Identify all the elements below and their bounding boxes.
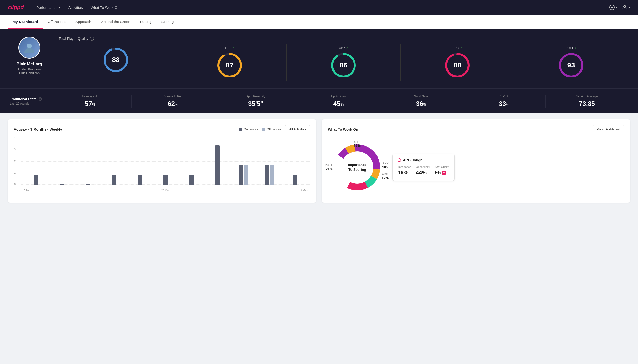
arg-stat-shot-quality: Shot Quality 95 ▼ bbox=[435, 166, 450, 176]
stat-1-putt: 1 Putt 33% bbox=[463, 94, 546, 108]
donut-label-putt: PUTT 21% bbox=[325, 164, 332, 171]
stat-app-proximity: App. Proximity 35'5" bbox=[215, 94, 297, 108]
svg-point-3 bbox=[623, 6, 625, 7]
bar-group-9 bbox=[257, 165, 282, 184]
bar-offcourse-8 bbox=[244, 165, 248, 184]
tab-approach[interactable]: Approach bbox=[71, 15, 96, 28]
trad-stats-title: Traditional Stats ? bbox=[10, 97, 49, 101]
hero-section: Blair McHarg United Kingdom Plus Handica… bbox=[0, 29, 638, 88]
bar-group-0 bbox=[24, 175, 49, 184]
arg-importance-value: 16% bbox=[397, 170, 411, 176]
tab-putting[interactable]: Putting bbox=[135, 15, 156, 28]
ott-label: OTT ↗ bbox=[225, 46, 234, 50]
main-score-circle: 88 bbox=[102, 46, 129, 73]
bar-group-7 bbox=[205, 146, 230, 184]
nav-activities[interactable]: Activities bbox=[68, 4, 83, 12]
ott-score-value: 87 bbox=[226, 61, 233, 69]
avatar bbox=[18, 37, 40, 59]
down-badge-icon: ▼ bbox=[442, 171, 446, 174]
bottom-section: Activity - 3 Months - Weekly On course O… bbox=[0, 114, 638, 208]
donut-chart-container: ImportanceTo Scoring OTT 57% APP 10% ARG… bbox=[328, 138, 386, 197]
sub-nav: My Dashboard Off the Tee Approach Around… bbox=[0, 15, 638, 29]
stat-sand-save: Sand Save 36% bbox=[380, 94, 463, 108]
add-button[interactable]: ▾ bbox=[609, 4, 618, 10]
bar-group-6 bbox=[179, 175, 204, 184]
arg-score-circle: 88 bbox=[444, 52, 471, 79]
x-label-may: 9 May bbox=[300, 189, 308, 192]
trad-stats-label: Traditional Stats ? Last 20 rounds bbox=[10, 97, 49, 105]
bar-oncourse-4 bbox=[138, 175, 142, 184]
app-score-circle: 86 bbox=[330, 52, 357, 79]
nav-what-to-work-on[interactable]: What To Work On bbox=[91, 4, 119, 12]
bar-oncourse-10 bbox=[293, 175, 297, 184]
bar-group-10 bbox=[283, 175, 308, 184]
bars-container bbox=[21, 138, 310, 184]
donut-center-label: ImportanceTo Scoring bbox=[348, 162, 366, 172]
arg-score-value: 88 bbox=[453, 61, 461, 69]
bar-group-4 bbox=[127, 175, 152, 184]
putt-score-col: PUTT ↗ 93 bbox=[514, 44, 628, 81]
arg-trend-icon: ↗ bbox=[460, 47, 462, 50]
arg-card-title: ARG Rough bbox=[397, 158, 450, 162]
stat-greens-in-reg: Greens In Reg 62% bbox=[132, 94, 215, 108]
arg-shot-quality-value: 95 ▼ bbox=[435, 170, 450, 176]
scores-info-icon[interactable]: ? bbox=[90, 37, 94, 40]
what-to-work-on-panel: What To Work On View Dashboard Importanc… bbox=[322, 119, 630, 203]
scores-title: Total Player Quality ? bbox=[59, 37, 628, 40]
app-score-value: 86 bbox=[340, 61, 347, 69]
putt-score-circle: 93 bbox=[558, 52, 585, 79]
activity-chart-legend: On course Off course bbox=[239, 127, 281, 131]
view-dashboard-button[interactable]: View Dashboard bbox=[593, 125, 624, 133]
x-axis-labels: 7 Feb 28 Mar 9 May bbox=[21, 189, 310, 192]
arg-stat-importance: Importance 16% bbox=[397, 166, 411, 176]
bar-oncourse-5 bbox=[163, 175, 168, 184]
main-score-value: 88 bbox=[112, 56, 119, 64]
arg-dot-icon bbox=[397, 158, 401, 162]
traditional-stats-section: Traditional Stats ? Last 20 rounds Fairw… bbox=[0, 88, 638, 114]
arg-opportunity-value: 44% bbox=[416, 170, 430, 176]
donut-label-ott: OTT 57% bbox=[354, 140, 361, 148]
donut-label-arg: ARG 12% bbox=[382, 172, 388, 180]
app-label: APP ↗ bbox=[339, 46, 348, 50]
app-logo[interactable]: clippd bbox=[8, 4, 24, 10]
bar-oncourse-6 bbox=[189, 175, 194, 184]
legend-oncourse-dot bbox=[239, 128, 242, 131]
tab-around-the-green[interactable]: Around the Green bbox=[96, 15, 135, 28]
arg-label: ARG ↗ bbox=[453, 46, 462, 50]
arg-stats-row: Importance 16% Opportunity 44% Shot Qual… bbox=[397, 166, 450, 176]
nav-performance[interactable]: Performance ▾ bbox=[37, 3, 61, 12]
trad-stats-subtitle: Last 20 rounds bbox=[10, 102, 49, 105]
legend-oncourse: On course bbox=[239, 127, 258, 131]
tab-scoring[interactable]: Scoring bbox=[156, 15, 178, 28]
all-activities-button[interactable]: All Activities bbox=[285, 125, 310, 133]
trad-stats-info-icon[interactable]: ? bbox=[38, 97, 42, 101]
stat-scoring-average: Scoring Average 73.85 bbox=[546, 94, 628, 108]
trad-stats-grid: Fairways Hit 57% Greens In Reg 62% App. … bbox=[49, 94, 628, 108]
donut-label-app: APP 10% bbox=[382, 162, 389, 170]
activity-chart-title: Activity - 3 Months - Weekly bbox=[14, 127, 62, 131]
bar-oncourse-9 bbox=[265, 165, 269, 184]
x-label-mar: 28 Mar bbox=[161, 189, 169, 192]
activity-chart-header: Activity - 3 Months - Weekly On course O… bbox=[14, 125, 310, 133]
what-to-work-on-title: What To Work On bbox=[328, 127, 358, 131]
svg-point-4 bbox=[27, 44, 32, 48]
bar-oncourse-3 bbox=[112, 175, 116, 184]
player-handicap: Plus Handicap bbox=[19, 71, 40, 75]
nav-right: ▾ ▾ bbox=[609, 4, 630, 10]
bar-oncourse-2 bbox=[86, 184, 90, 184]
activity-chart-panel: Activity - 3 Months - Weekly On course O… bbox=[8, 119, 316, 203]
bar-group-3 bbox=[101, 175, 126, 184]
arg-score-col: ARG ↗ 88 bbox=[400, 44, 514, 81]
bar-oncourse-8 bbox=[239, 165, 243, 184]
player-country: United Kingdom bbox=[18, 68, 41, 71]
tab-my-dashboard[interactable]: My Dashboard bbox=[8, 15, 43, 28]
tab-off-the-tee[interactable]: Off the Tee bbox=[43, 15, 71, 28]
scores-section: Total Player Quality ? 88 bbox=[59, 37, 628, 81]
bar-oncourse-1 bbox=[60, 184, 64, 184]
putt-label: PUTT ↗ bbox=[566, 46, 576, 50]
user-menu-button[interactable]: ▾ bbox=[621, 4, 630, 10]
ott-trend-icon: ↗ bbox=[232, 47, 234, 50]
ott-score-circle: 87 bbox=[216, 52, 243, 79]
arg-stat-opportunity: Opportunity 44% bbox=[416, 166, 430, 176]
bar-offcourse-9 bbox=[270, 165, 274, 184]
